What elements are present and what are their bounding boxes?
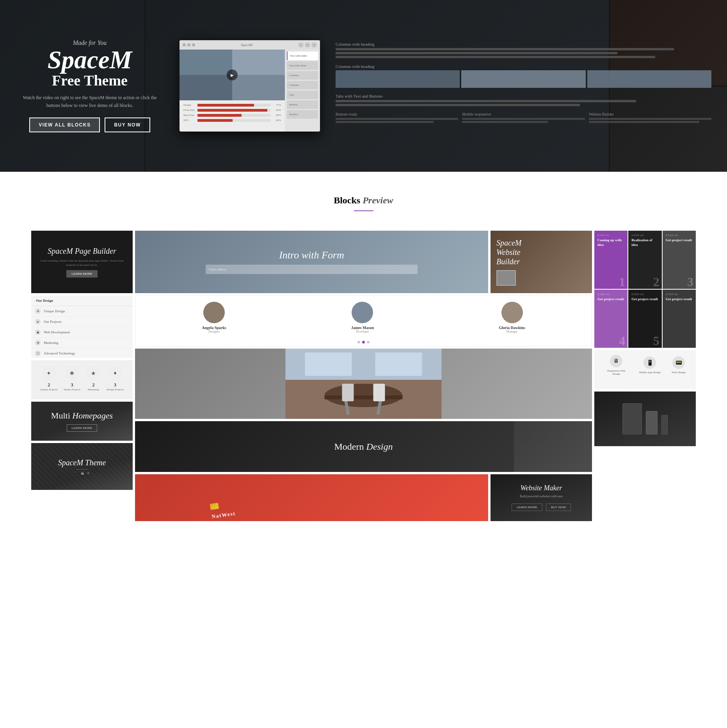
hero-title-main: Free Theme [16,73,164,89]
icon-item-3: ★ 2 Marketing [86,366,100,391]
stat-fill-frontend [197,109,267,112]
step-6: Step 06 Get project result [663,290,696,348]
browser-img-1 [180,50,232,75]
browser-dot-3 [192,43,195,46]
icon-circle-3: ★ [86,366,100,380]
blocks-title: Blocks Preview [31,195,696,206]
intro-form-input[interactable]: Email address [206,265,418,274]
intro-form-card: Intro with Form Email address [135,231,488,293]
right-thumb-3 [587,70,711,88]
hero-text-block: Made for You SpaceM Free Theme Watch the… [16,39,164,132]
right-tabs-line-2 [336,104,580,106]
step-tag-3: Step 03 [666,234,693,237]
spacem-builder-learn-more-button[interactable]: LEARN MORE [66,270,98,278]
sidebar-item-1[interactable]: Text with slider [287,52,318,60]
design-item-text-5: Advanced Technology [44,351,75,355]
step-tag-1: Step 01 [597,234,624,237]
spacem-page-builder-card: SpaceM Page Builder Create stunning webs… [31,231,133,293]
website-maker-description: Build powerful websites with ease [520,494,563,499]
step-tag-6: Step 06 [666,293,693,296]
sidebar-item-7[interactable]: Headers [287,110,318,119]
step-title-4: Get project result [597,297,624,302]
step-title-3: Get project result [666,238,693,243]
stat-row-seo: SEO 48% [183,119,281,122]
natwest-card: NatWest [135,474,488,521]
browser-dot-1 [183,43,186,46]
icons-numbers-card: ✦ 2 Unique Projects ❖ 3 Studio Projects … [31,360,133,399]
right-heading-text: Columns with heading [336,42,711,46]
person-role-3: Manager [499,330,525,333]
browser-window: SpaceM ─ □ × [180,40,320,132]
browser-close-icon: × [311,42,317,48]
wb-line1: SpaceM [496,238,521,247]
card-inner: NatWest [206,474,417,521]
design-list-item-2: ● Our Projects [31,317,133,327]
person-name-2: James Mason [351,326,374,330]
theme-inner: SpaceM Theme 📱 💻 🖥 [31,443,133,490]
blocks-title-italic: Preview [363,195,393,205]
buy-now-button[interactable]: BUY NOW [105,117,150,132]
browser-img-4 [232,75,285,100]
website-maker-card: Website Maker Build powerful websites wi… [491,474,592,521]
theme-icons-strip: 📱 💻 🖥 [58,472,106,475]
step-4: Step 04 Get project result 4 [594,290,627,348]
browser-main-area: ▶ Design 77% Front En [180,50,285,132]
step-tag-2: Step 02 [631,234,658,237]
dot-1[interactable] [357,341,360,344]
desktop-icon: 🖥 [610,355,622,367]
play-button-icon[interactable]: ▶ [227,69,238,80]
mobile-label: Mobile App Design [639,371,661,374]
blocks-middle-column: Intro with Form Email address SpaceM Web… [135,231,592,521]
multi-italic: Homepages [72,411,113,420]
icon-label-3: Marketing [86,388,100,391]
device-desktop: 🖥 Responsive Web Design [604,355,628,376]
browser-title: SpaceM [197,43,297,47]
browser-controls: ─ □ × [298,42,317,48]
browser-toolbar: SpaceM ─ □ × [180,40,320,50]
dot-2[interactable] [362,341,365,344]
spacem-builder-description: Create stunning websites with our drag-a… [37,259,127,267]
devices-card: 🖥 Responsive Web Design 📱 Mobile App Des… [594,350,696,389]
step-3: Step 03 Get project result 3 [663,231,696,289]
icon-label-4: Design Projects [107,388,124,391]
spacem-builder-title: SpaceM Page Builder [48,246,116,256]
right-tabs-label: Tabs with Text and Buttons [336,94,711,98]
phone-silhouette [661,415,668,434]
avatar-3 [501,302,523,323]
sidebar-item-4[interactable]: Columns [287,81,318,89]
dot-3[interactable] [367,341,370,344]
website-maker-buy-now[interactable]: BUY NOW [546,504,571,511]
right-info-3: Website Builder [589,112,711,124]
stat-label-seo: SEO [183,119,196,122]
multi-homepages-learn-more[interactable]: LEARN MORE [67,424,98,432]
icon-circle-1: ✦ [42,366,56,380]
right-line-3 [336,56,655,58]
stat-label-design: Design [183,103,196,107]
design-item-icon-4: ★ [35,340,41,345]
view-all-blocks-button[interactable]: VIEW ALL BLOCKS [29,117,100,132]
sidebar-item-2[interactable]: Text with slider [287,61,318,70]
modern-design-card: Modern Design [135,421,592,472]
right-thumb-2 [461,70,585,88]
person-1: Angela Sparks Designer [202,302,226,333]
website-maker-buttons: LEARN MORE BUY NOW [511,503,572,512]
spacem-title-main: Page Builder [75,247,116,255]
step-tag-4: Step 04 [597,293,624,296]
bottom-mid-row: NatWest Website Maker Build powerful web… [135,474,592,521]
multi-homepages-card: Multi Homepages LEARN MORE [31,402,133,441]
icon-item-2: ❖ 3 Studio Projects [64,366,80,391]
browser-img-3 [180,75,232,100]
tablet-silhouette [646,411,658,434]
sidebar-item-5[interactable]: Tabs [287,91,318,99]
person-name-1: Angela Sparks [202,326,226,330]
theme-main: Theme [85,458,106,467]
right-section-columns1: Columns with heading [336,42,711,58]
sidebar-item-3[interactable]: Columns [287,71,318,80]
blocks-left-column: SpaceM Page Builder Create stunning webs… [31,231,133,521]
blocks-header: Blocks Preview [31,195,696,211]
sidebar-item-6[interactable]: Buttons [287,100,318,109]
website-maker-learn-more[interactable]: LEARN MORE [512,504,542,511]
step-num-1: 1 [619,276,625,288]
office-svg [135,349,592,419]
person-3: Gloria Dawkins Manager [499,302,525,333]
